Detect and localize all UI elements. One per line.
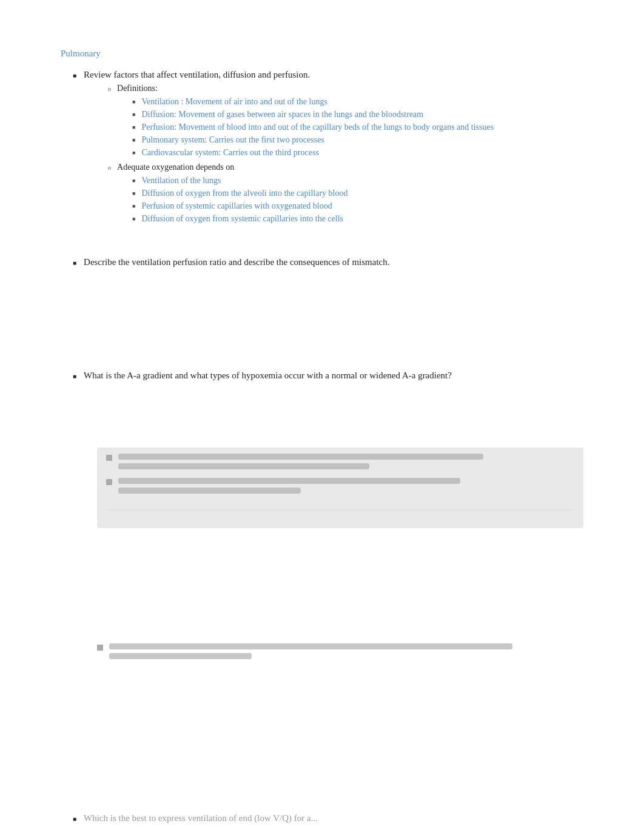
blurred-text-1: [118, 454, 574, 473]
blurred-bottom-row: [97, 643, 583, 663]
bullet-2: ■ Describe the ventilation perfusion rat…: [61, 257, 583, 267]
def-item-1-text: Ventilation : Movement of air into and o…: [141, 97, 327, 107]
gap-7: [61, 668, 583, 716]
oxy-item-4-icon: ■: [132, 216, 135, 222]
bullet-2-text: Describe the ventilation perfusion ratio…: [84, 257, 389, 267]
oxy-item-3-icon: ■: [132, 203, 135, 209]
gap-1: [61, 233, 583, 257]
bullet-1: ■ Review factors that affect ventilation…: [61, 70, 583, 227]
def-item-3-text: Perfusion: Movement of blood into and ou…: [141, 122, 494, 132]
def-item-5-icon: ■: [132, 150, 135, 156]
blurred-block-1: [97, 448, 583, 528]
bullet-1-text: Review factors that affect ventilation, …: [84, 70, 494, 227]
oxy-item-3-text: Perfusion of systemic capillaries with o…: [141, 201, 332, 211]
blurred-bottom: [97, 643, 583, 663]
def-item-4-text: Pulmonary system: Carries out the first …: [141, 135, 324, 145]
oxy-item-2: ■ Diffusion of oxygen from the alveoli i…: [132, 189, 494, 198]
bullet-4: ■ Which is the best to express ventilati…: [61, 813, 583, 823]
definitions-container: o Definitions: ■ Ventilation : Movement …: [84, 84, 494, 224]
oxy-item-2-text: Diffusion of oxygen from the alveoli int…: [141, 189, 347, 198]
oxy-item-3: ■ Perfusion of systemic capillaries with…: [132, 201, 494, 211]
blurred-bullet-1: [106, 455, 112, 461]
oxy-item-1-text: Ventilation of the lungs: [141, 176, 221, 186]
oxygenation-icon: o: [108, 164, 111, 171]
oxygenation-items: ■ Ventilation of the lungs ■ Diffusion o…: [108, 176, 494, 224]
oxy-item-4: ■ Diffusion of oxygen from systemic capi…: [132, 214, 494, 224]
gap-5: [61, 540, 583, 589]
blurred-row-2: [106, 478, 574, 497]
blurred-row-1: [106, 454, 574, 473]
bullet-1-icon: ■: [73, 72, 76, 79]
def-item-4: ■ Pulmonary system: Carries out the firs…: [132, 135, 494, 145]
oxy-item-1: ■ Ventilation of the lungs: [132, 176, 494, 186]
blurred-bottom-text: [109, 643, 583, 663]
definitions-label: Definitions:: [117, 84, 158, 93]
def-item-2: ■ Diffusion: Movement of gases between a…: [132, 110, 494, 119]
def-item-3: ■ Perfusion: Movement of blood into and …: [132, 122, 494, 132]
def-item-2-icon: ■: [132, 112, 135, 118]
def-item-1-icon: ■: [132, 99, 135, 105]
gap-6: [61, 589, 583, 637]
bullet-3-text: What is the A-a gradient and what types …: [84, 371, 452, 381]
gap-8: [61, 716, 583, 765]
section-title: Pulmonary: [61, 49, 583, 59]
def-item-1: ■ Ventilation : Movement of air into and…: [132, 97, 494, 107]
bullet-3-icon: ■: [73, 373, 76, 380]
gap-2: [61, 273, 583, 322]
definitions-bullet: o Definitions:: [108, 84, 494, 93]
bullet-2-icon: ■: [73, 260, 76, 266]
blurred-bottom-icon: [97, 645, 103, 651]
oxy-item-1-icon: ■: [132, 178, 135, 184]
def-item-5: ■ Cardiovascular system: Carries out the…: [132, 148, 494, 158]
bullet-3: ■ What is the A-a gradient and what type…: [61, 371, 583, 381]
blurred-separator: [106, 509, 574, 510]
definitions-items: ■ Ventilation : Movement of air into and…: [108, 97, 494, 158]
bullet-4-text: Which is the best to express ventilation…: [84, 813, 318, 823]
oxygenation-label: Adequate oxygenation depends on: [117, 163, 234, 172]
blurred-bullet-2: [106, 479, 112, 485]
oxygenation-bullet: o Adequate oxygenation depends on: [108, 163, 494, 172]
oxy-item-2-icon: ■: [132, 190, 135, 196]
def-item-3-icon: ■: [132, 124, 135, 130]
blurred-text-2: [118, 478, 574, 497]
oxy-item-4-text: Diffusion of oxygen from systemic capill…: [141, 214, 343, 224]
gap-9: [61, 765, 583, 813]
bullet-4-icon: ■: [73, 816, 76, 822]
gap-4: [61, 387, 583, 435]
gap-3: [61, 322, 583, 371]
def-item-2-text: Diffusion: Movement of gases between air…: [141, 110, 423, 119]
definitions-icon: o: [108, 86, 111, 92]
def-item-5-text: Cardiovascular system: Carries out the t…: [141, 148, 318, 158]
def-item-4-icon: ■: [132, 137, 135, 143]
